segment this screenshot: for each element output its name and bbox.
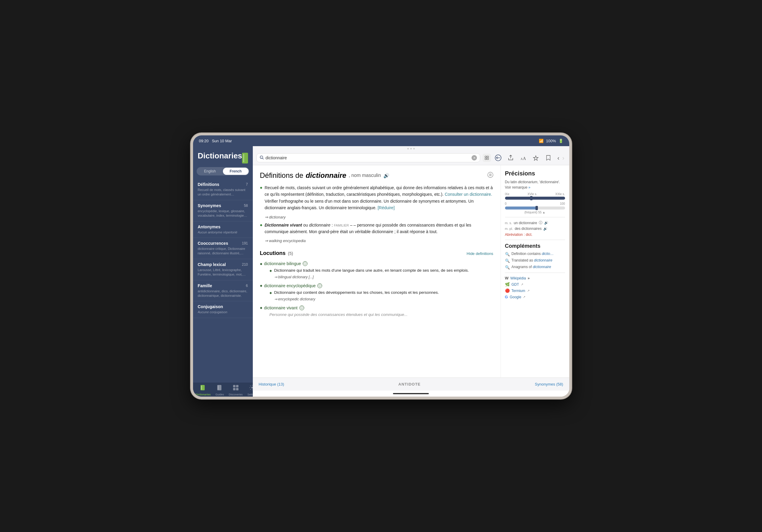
french-lang-btn[interactable]: French <box>223 168 249 175</box>
google-link[interactable]: G Google ↗ <box>505 295 565 299</box>
sound-ms[interactable]: 🔊 <box>544 221 548 225</box>
share-button[interactable] <box>506 153 515 163</box>
home-bar <box>393 393 429 394</box>
search-input-text: dictionnaire <box>266 155 470 160</box>
consult-link[interactable]: Consulter un dictionnaire. <box>445 192 492 197</box>
sidebar-item-famille[interactable]: Famille 6 antidictionnaire, dico, dictio… <box>193 280 253 302</box>
sidebar-title: Dictionaries <box>198 152 242 160</box>
main-content: Dictionaries English French Définitions … <box>193 146 569 397</box>
antidote-label: ANTIDOTE <box>284 382 535 386</box>
diamond-loc-3: ◆ <box>260 306 263 309</box>
bookmarks-button[interactable] <box>544 153 553 163</box>
sound-mpl[interactable]: 🔊 <box>543 227 548 231</box>
tab-guides[interactable]: Guides <box>213 384 226 396</box>
guides-icon <box>216 384 223 392</box>
ipad-frame: 09:20 Sun 10 Mar 📶 100% 🔋 Dictionaries E… <box>190 133 572 399</box>
diamond-loc-2: ◆ <box>260 284 263 287</box>
back-arrow[interactable]: ‹ <box>556 155 561 161</box>
right-sidebar: Précisions Du latin dictionarium, 'dicti… <box>500 165 569 377</box>
info-icon-2[interactable]: ⓘ <box>317 283 322 288</box>
svg-line-12 <box>263 158 264 159</box>
search-action-button[interactable] <box>483 154 491 162</box>
tab-guides-label: Guides <box>215 393 224 396</box>
abreviation-line: Abréviation : dict. <box>505 233 565 237</box>
svg-rect-14 <box>485 156 487 158</box>
search-icon: + <box>260 155 264 161</box>
divider-2 <box>505 240 565 240</box>
dict-word: dictionnaire <box>306 171 346 180</box>
main-dictionary: Définitions de dictionnaire , nom mascul… <box>253 165 500 377</box>
google-icon: G <box>505 295 508 299</box>
abrev-link[interactable]: dict. <box>526 233 532 237</box>
wikipedia-icon: W <box>505 276 508 280</box>
discoveries-icon <box>233 384 239 392</box>
grammar-mpl: m. pl. des dictionnaires 🔊 <box>505 227 565 231</box>
right-panel: + dictionnaire ✕ <box>253 146 569 397</box>
hide-definitions-link[interactable]: Hide definitions <box>467 251 494 256</box>
sidebar-item-conjugaison[interactable]: Conjugaison Aucune conjugaison <box>193 301 253 318</box>
info-icon-3[interactable]: ⓘ <box>299 305 304 310</box>
tab-discoveries[interactable]: Discoveries <box>226 384 245 396</box>
forward-arrow[interactable]: › <box>561 155 566 161</box>
locutions-title: Locutions (5) <box>260 250 293 257</box>
browser-dot-2 <box>410 148 412 149</box>
book-icon <box>242 153 248 164</box>
sidebar-item-synonymes[interactable]: Synonymes 58 encyclopédie, lexique, glos… <box>193 200 253 221</box>
locution-2-equiv: ⇒ encyclopedic dictionary <box>274 297 494 301</box>
menu-options-icon[interactable] <box>488 172 494 179</box>
svg-text:A: A <box>520 157 523 161</box>
historique-link[interactable]: Historique (13) <box>259 382 284 386</box>
browser-icons: A A <box>494 153 566 163</box>
freq-label: (fréquent) 55 ▲ <box>505 211 565 214</box>
usage-chart: 0 100 (fréquent) 55 ▲ <box>505 202 565 214</box>
locution-1-equiv: ⇒ bilingual dictionary [...] <box>274 275 494 279</box>
browser-dot-1 <box>407 148 409 149</box>
gdt-icon: 🌿 <box>505 282 510 287</box>
back-to-word-button[interactable] <box>494 153 503 163</box>
sidebar-item-definitions[interactable]: Définitions 7 Recueil de mots, classés s… <box>193 179 253 200</box>
definition-2: ◆ Dictionnaire vivant ou dictionnaire : … <box>260 222 494 235</box>
sidebar-items: Définitions 7 Recueil de mots, classés s… <box>193 179 253 383</box>
browser-bar-wrapper: + dictionnaire ✕ <box>253 146 569 165</box>
sidebar-item-cooccurrences[interactable]: Cooccurrences 191 dictionnaire critique,… <box>193 238 253 259</box>
font-size-button[interactable]: A A <box>518 153 528 163</box>
favorite-button[interactable] <box>531 153 541 163</box>
termium-link[interactable]: 🔴 Termium ↗ <box>505 288 565 293</box>
voir-remarque-link[interactable]: » <box>528 185 530 190</box>
diamond-icon-2: ◆ <box>260 223 263 235</box>
complement-1[interactable]: 🔍 Definition contains dictio… <box>505 252 565 257</box>
english-lang-btn[interactable]: English <box>197 168 223 175</box>
reduce-link[interactable]: [Réduire] <box>378 205 395 210</box>
dictionaries-icon <box>199 384 206 392</box>
wikipedia-link[interactable]: W Wikipédia » <box>505 276 565 280</box>
locution-1: ◆ dictionnaire bilingue ⓘ ◆ Dictionnaire… <box>260 261 494 279</box>
definition-1: ◆ Recueil de mots, classés suivant un or… <box>260 185 494 211</box>
sidebar-item-antonymes[interactable]: Antonymes Aucun antonyme répertorié <box>193 221 253 238</box>
sidebar: Dictionaries English French Définitions … <box>193 146 253 397</box>
sub-diamond-1: ◆ <box>269 269 272 272</box>
equiv-2: walking encyclopedia <box>265 239 494 243</box>
svg-rect-3 <box>218 386 219 390</box>
gdt-link[interactable]: 🌿 GDT ↗ <box>505 282 565 287</box>
svg-text:A: A <box>523 156 526 161</box>
nav-arrows: ‹ › <box>556 155 566 161</box>
complement-2[interactable]: 🔍 Translated as dictionnaire <box>505 258 565 263</box>
synonymes-link[interactable]: Synonymes (58) <box>535 382 563 386</box>
info-icon-1[interactable]: ⓘ <box>303 261 308 266</box>
sound-icon[interactable]: 🔊 <box>383 173 389 179</box>
complement-3[interactable]: 🔍 Anagrams of dictionnaire <box>505 265 565 269</box>
wifi-icon: 📶 <box>539 139 544 143</box>
divider-1 <box>505 217 565 217</box>
sub-diamond-2: ◆ <box>269 291 272 294</box>
svg-rect-15 <box>487 156 489 158</box>
search-clear-button[interactable]: ✕ <box>472 155 477 161</box>
svg-text:+: + <box>261 157 262 158</box>
search-bar[interactable]: + dictionnaire ✕ <box>257 153 481 162</box>
status-right: 📶 100% 🔋 <box>539 139 563 143</box>
termium-icon: 🔴 <box>505 288 510 293</box>
tab-dictionaries[interactable]: Dictionaries <box>193 384 213 396</box>
search-plus-icon-2: 🔍 <box>505 259 510 263</box>
grammar-ms: m. s. un dictionnaire ⓘ 🔊 <box>505 220 565 225</box>
sidebar-item-champ-lexical[interactable]: Champ lexical 210 Larousse, Littré, lexi… <box>193 259 253 280</box>
search-plus-icon-3: 🔍 <box>505 265 510 269</box>
